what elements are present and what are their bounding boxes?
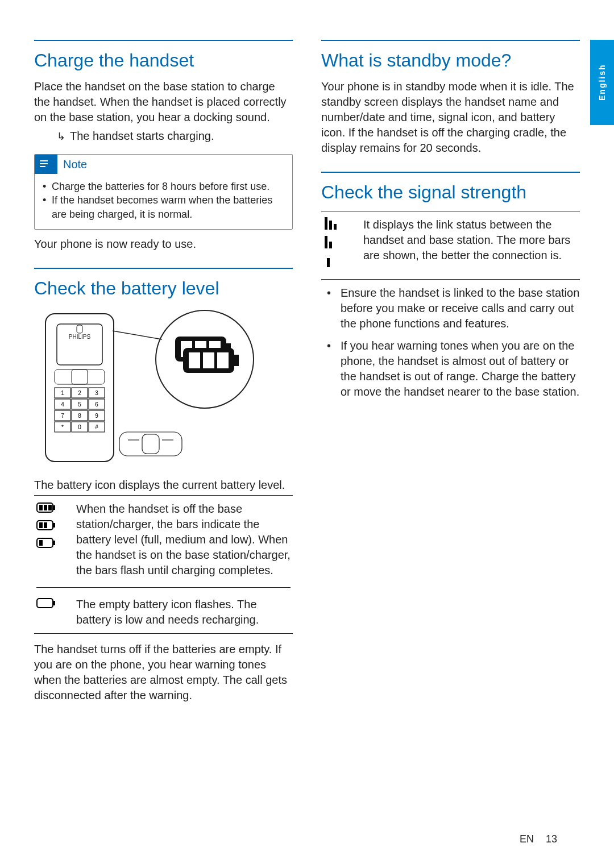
section-charge-handset: Charge the handset Place the handset on … bbox=[34, 40, 293, 252]
battery-low-icon bbox=[36, 537, 72, 552]
table-cell-text: The empty battery icon flashes. The batt… bbox=[74, 593, 293, 631]
footer-page-number: 13 bbox=[546, 833, 557, 845]
paragraph: The battery icon displays the current ba… bbox=[34, 477, 293, 493]
heading-signal-strength: Check the signal strength bbox=[321, 182, 580, 203]
left-column: Charge the handset Place the handset on … bbox=[34, 40, 293, 719]
svg-rect-66 bbox=[325, 236, 327, 248]
svg-rect-46 bbox=[189, 352, 200, 368]
svg-text:0: 0 bbox=[78, 424, 81, 430]
list-item: Ensure the handset is linked to the base… bbox=[321, 285, 580, 331]
svg-text:6: 6 bbox=[95, 401, 98, 408]
svg-rect-57 bbox=[44, 522, 47, 528]
note-icon bbox=[35, 155, 57, 174]
svg-text:PHILIPS: PHILIPS bbox=[69, 334, 91, 340]
section-rule bbox=[34, 268, 293, 269]
table-rule bbox=[321, 211, 580, 211]
svg-text:9: 9 bbox=[95, 413, 98, 419]
language-tab: English bbox=[590, 40, 614, 125]
svg-rect-65 bbox=[334, 224, 337, 230]
svg-rect-6 bbox=[77, 325, 82, 333]
section-rule bbox=[321, 40, 580, 41]
section-rule bbox=[321, 172, 580, 173]
section-check-battery: Check the battery level PHILIPS bbox=[34, 268, 293, 703]
section-rule bbox=[34, 40, 293, 41]
svg-rect-56 bbox=[39, 522, 43, 528]
table-rule bbox=[34, 495, 293, 496]
bullet-list: Ensure the handset is linked to the base… bbox=[321, 285, 580, 400]
table-rule bbox=[34, 633, 293, 634]
paragraph: Place the handset on the base station to… bbox=[34, 79, 293, 125]
svg-rect-50 bbox=[53, 505, 55, 510]
svg-text:1: 1 bbox=[61, 390, 64, 396]
signal-weak-icon bbox=[323, 255, 359, 271]
battery-medium-icon bbox=[36, 519, 72, 534]
paragraph: Your phone is in standby mode when it is… bbox=[321, 79, 580, 156]
signal-medium-icon bbox=[323, 236, 359, 252]
svg-rect-52 bbox=[44, 505, 47, 510]
battery-empty-icon bbox=[36, 597, 72, 612]
svg-rect-53 bbox=[48, 505, 52, 510]
svg-text:#: # bbox=[95, 424, 98, 430]
paragraph: The handset turns off if the batteries a… bbox=[34, 642, 293, 703]
svg-rect-7 bbox=[55, 369, 105, 384]
note-label: Note bbox=[63, 158, 87, 171]
right-column: What is standby mode? Your phone is in s… bbox=[321, 40, 580, 719]
note-box: Note Charge the batteries for 8 hours be… bbox=[34, 154, 293, 230]
result-line: The handset starts charging. bbox=[57, 128, 293, 144]
svg-rect-51 bbox=[39, 505, 43, 510]
svg-rect-59 bbox=[53, 541, 55, 545]
svg-rect-67 bbox=[329, 242, 332, 248]
svg-rect-1 bbox=[40, 163, 48, 164]
table-rule bbox=[321, 279, 580, 280]
table-rule bbox=[36, 587, 291, 588]
svg-rect-64 bbox=[329, 221, 332, 230]
note-item: If the handset becomes warm when the bat… bbox=[43, 193, 284, 221]
table-cell-text: When the handset is off the base station… bbox=[74, 498, 293, 582]
svg-rect-63 bbox=[325, 217, 327, 230]
table-row: When the handset is off the base station… bbox=[34, 498, 293, 582]
svg-rect-8 bbox=[72, 369, 88, 384]
heading-standby-mode: What is standby mode? bbox=[321, 50, 580, 71]
svg-text:8: 8 bbox=[78, 413, 81, 419]
battery-icon-table: When the handset is off the base station… bbox=[34, 498, 293, 631]
svg-rect-48 bbox=[217, 352, 229, 368]
battery-full-icon bbox=[36, 501, 72, 517]
svg-rect-34 bbox=[142, 434, 159, 454]
page-footer: EN 13 bbox=[520, 833, 557, 845]
svg-rect-33 bbox=[119, 432, 182, 456]
svg-line-38 bbox=[113, 331, 162, 339]
paragraph: Your phone is now ready to use. bbox=[34, 236, 293, 252]
section-standby-mode: What is standby mode? Your phone is in s… bbox=[321, 40, 580, 156]
svg-rect-4 bbox=[57, 324, 102, 365]
svg-rect-60 bbox=[39, 540, 43, 546]
svg-rect-61 bbox=[37, 599, 53, 608]
svg-rect-68 bbox=[327, 258, 330, 267]
svg-rect-62 bbox=[53, 601, 55, 605]
signal-icon-table: It displays the link status between the … bbox=[321, 214, 580, 277]
svg-text:3: 3 bbox=[95, 390, 98, 396]
svg-rect-45 bbox=[234, 355, 239, 366]
section-signal-strength: Check the signal strength bbox=[321, 172, 580, 400]
svg-text:7: 7 bbox=[61, 413, 64, 419]
table-row: The empty battery icon flashes. The batt… bbox=[34, 593, 293, 631]
heading-check-battery: Check the battery level bbox=[34, 278, 293, 299]
table-row: It displays the link status between the … bbox=[321, 214, 580, 277]
list-item: If you hear warning tones when you are o… bbox=[321, 338, 580, 400]
note-item: Charge the batteries for 8 hours before … bbox=[43, 180, 284, 193]
footer-lang: EN bbox=[520, 833, 534, 845]
svg-text:5: 5 bbox=[78, 401, 81, 408]
svg-rect-0 bbox=[40, 160, 48, 161]
svg-text:2: 2 bbox=[78, 390, 81, 396]
svg-rect-47 bbox=[203, 352, 214, 368]
svg-rect-2 bbox=[40, 166, 45, 167]
handset-battery-illustration: PHILIPS 123 456 bbox=[34, 308, 293, 467]
table-cell-text: It displays the link status between the … bbox=[361, 214, 580, 277]
svg-text:4: 4 bbox=[61, 401, 64, 408]
svg-text:*: * bbox=[61, 424, 64, 430]
signal-strong-icon bbox=[323, 217, 359, 234]
svg-rect-55 bbox=[53, 523, 55, 528]
heading-charge-handset: Charge the handset bbox=[34, 50, 293, 71]
